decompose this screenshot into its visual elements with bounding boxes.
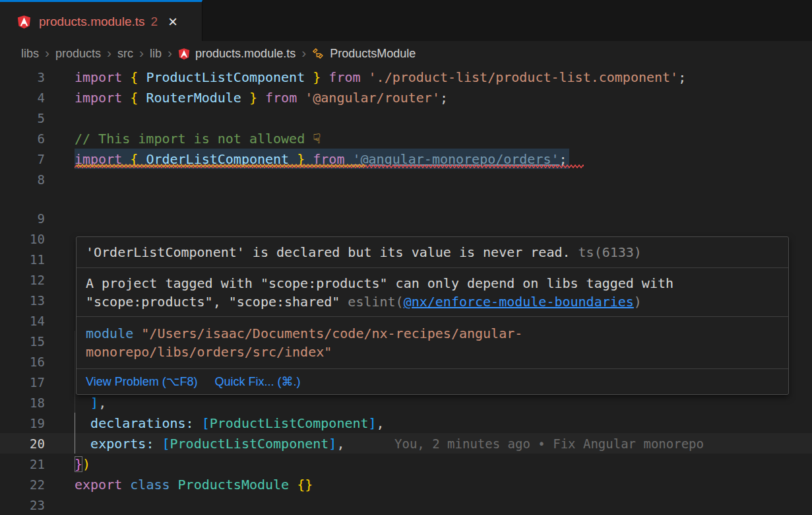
line-number[interactable]: 21	[0, 457, 45, 471]
chevron-right-icon: ›	[168, 45, 172, 61]
breadcrumb-item-file[interactable]: products.module.ts	[195, 47, 296, 61]
popup-actions: View Problem (⌥F8) Quick Fix... (⌘.)	[77, 369, 788, 394]
code-line-19[interactable]: 19 declarations: [ProductListComponent],	[0, 413, 812, 433]
line-number[interactable]: 6	[0, 131, 45, 146]
code-token: ,	[98, 395, 106, 411]
module-keyword: module	[86, 326, 141, 341]
import-path-link[interactable]: '@angular-monorepo/orders'	[352, 151, 559, 167]
line-number[interactable]: 5	[0, 111, 45, 125]
code-token: export	[75, 477, 130, 493]
code-line-21[interactable]: 21})	[0, 454, 812, 474]
code-line-22[interactable]: 22export class ProductsModule {}	[0, 474, 812, 495]
code-line-9[interactable]: 9	[0, 208, 812, 228]
line-number[interactable]: 20	[0, 436, 45, 451]
quick-fix-action[interactable]: Quick Fix... (⌘.)	[214, 374, 300, 389]
tab-title: products.module.ts	[39, 15, 145, 29]
vscode-window: products.module.ts 2 × libs › products ›…	[0, 0, 812, 515]
line-number[interactable]: 16	[0, 355, 45, 369]
code-line-6[interactable]: 6// This import is not allowed ☟	[0, 128, 812, 149]
code-line-5[interactable]: 5	[0, 108, 812, 128]
code-token: ProductListComponent	[138, 69, 313, 85]
angular-icon	[178, 48, 190, 60]
code-token: ProductListComponent	[170, 436, 329, 452]
code-token: './product-list/product-list.component'	[369, 69, 679, 85]
line-number[interactable]: 8	[0, 172, 45, 187]
code-token: {	[130, 69, 138, 85]
code-token: '@angular/router'	[305, 90, 440, 106]
line-number[interactable]: 23	[0, 498, 45, 512]
line-number[interactable]: 13	[0, 293, 45, 308]
line-number[interactable]: 18	[0, 395, 45, 410]
error-hover-popup: 'OrderListComponent' is declared but its…	[76, 236, 789, 395]
line-number[interactable]: 22	[0, 477, 45, 492]
line-number[interactable]: 11	[0, 252, 45, 267]
line-number[interactable]: 3	[0, 70, 45, 85]
popup-ts-message: 'OrderListComponent' is declared but its…	[77, 237, 788, 268]
breadcrumb: libs › products › src › lib › products.m…	[0, 41, 812, 66]
code-line-8[interactable]: 8	[0, 169, 812, 189]
code-token: }	[297, 151, 305, 167]
git-blame-annotation: You, 2 minutes ago • Fix Angular monorep…	[394, 433, 704, 454]
code-token: {}	[297, 477, 313, 493]
code-token: ,	[336, 436, 344, 452]
code-line-4[interactable]: 4import { RouterModule } from '@angular/…	[0, 87, 812, 108]
ts-error-text: 'OrderListComponent' is declared but its…	[86, 244, 571, 260]
tab-products-module[interactable]: products.module.ts 2 ×	[0, 0, 203, 41]
code-token: OrderListComponent	[138, 151, 297, 167]
breadcrumb-item-products[interactable]: products	[55, 47, 101, 61]
ts-error-code: ts(6133)	[571, 244, 642, 260]
code-token: // This import is not allowed	[75, 131, 313, 147]
code-token: [	[162, 436, 170, 452]
code-line-23[interactable]: 23	[0, 495, 812, 515]
tab-problem-count: 2	[151, 15, 158, 29]
breadcrumb-item-libs[interactable]: libs	[21, 47, 39, 61]
code-token: from	[257, 90, 305, 106]
line-number[interactable]: 7	[0, 152, 45, 166]
code-token: [	[202, 415, 210, 431]
code-token: ProductsModule	[178, 477, 297, 493]
code-token: from	[305, 151, 352, 167]
code-token: RouterModule	[138, 90, 249, 106]
line-number[interactable]: 9	[0, 211, 45, 226]
tab-bar: products.module.ts 2 ×	[0, 0, 812, 41]
code-editor[interactable]: 3import { ProductListComponent } from '.…	[0, 66, 812, 515]
close-icon[interactable]: ×	[168, 14, 177, 30]
code-token: import	[75, 69, 130, 85]
line-number[interactable]: 4	[0, 90, 45, 105]
breadcrumb-item-src[interactable]: src	[117, 47, 133, 61]
breadcrumb-item-symbol[interactable]: ProductsModule	[330, 47, 416, 61]
code-line-18[interactable]: 18 ],	[0, 392, 812, 413]
code-token: from	[321, 69, 368, 85]
code-token: ]	[369, 415, 377, 431]
view-zone-spacer	[0, 189, 812, 208]
code-token: ;	[559, 151, 567, 167]
code-token: {	[130, 151, 138, 167]
popup-eslint-message: A project tagged with "scope:products" c…	[77, 268, 788, 317]
line-number[interactable]: 14	[0, 314, 45, 328]
chevron-right-icon: ›	[301, 45, 306, 61]
class-symbol-icon	[312, 48, 325, 60]
code-token: class	[130, 477, 177, 493]
code-token: ;	[440, 90, 448, 106]
eslint-rule-link[interactable]: @nx/enforce-module-boundaries	[404, 294, 634, 310]
code-token: ,	[377, 415, 385, 431]
chevron-right-icon: ›	[107, 45, 111, 61]
line-number[interactable]: 19	[0, 416, 45, 430]
code-token	[75, 436, 90, 452]
angular-icon	[17, 15, 31, 29]
chevron-right-icon: ›	[139, 45, 144, 61]
code-line-20[interactable]: 20 exports: [ProductListComponent],You, …	[0, 433, 812, 454]
code-token: ]	[328, 436, 336, 452]
code-token	[75, 415, 90, 431]
line-number[interactable]: 15	[0, 334, 45, 349]
code-token: ProductListComponent	[210, 415, 369, 431]
view-problem-action[interactable]: View Problem (⌥F8)	[86, 374, 197, 389]
chevron-right-icon: ›	[45, 45, 49, 61]
code-line-7[interactable]: 7import { OrderListComponent } from '@an…	[0, 149, 812, 169]
code-token: import	[75, 90, 130, 106]
code-line-3[interactable]: 3import { ProductListComponent } from '.…	[0, 67, 812, 87]
line-number[interactable]: 17	[0, 375, 45, 390]
breadcrumb-item-lib[interactable]: lib	[150, 47, 162, 61]
line-number[interactable]: 12	[0, 273, 45, 287]
line-number[interactable]: 10	[0, 232, 45, 246]
